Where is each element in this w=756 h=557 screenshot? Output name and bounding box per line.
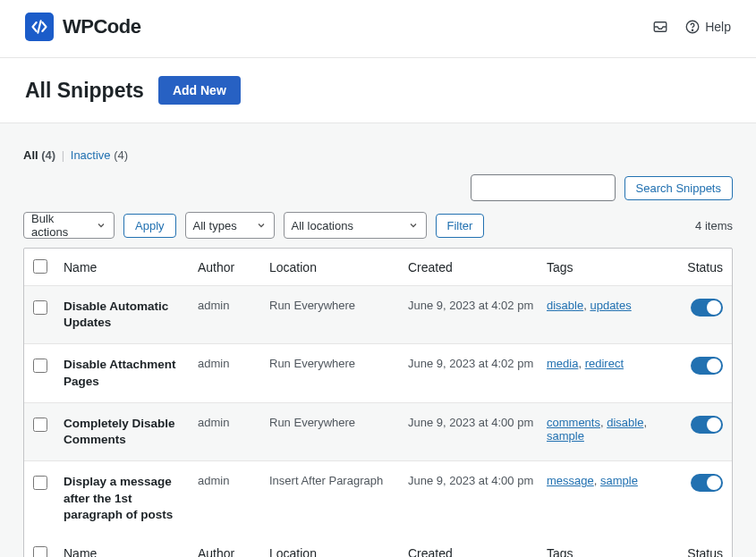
table-footer: Name Author Location Created Tags Status: [24, 536, 732, 557]
snippet-location: Insert After Paragraph: [269, 474, 408, 487]
row-checkbox[interactable]: [33, 300, 47, 315]
snippet-author: admin: [198, 416, 269, 429]
wpcode-logo-icon: [25, 13, 54, 41]
view-filters: All (4) | Inactive (4): [23, 148, 733, 162]
snippet-created: June 9, 2023 at 4:00 pm: [408, 474, 547, 487]
help-link[interactable]: Help: [684, 19, 731, 35]
brand: WPCode: [25, 13, 140, 41]
table-row: Disable Automatic UpdatesadminRun Everyw…: [24, 286, 732, 344]
snippet-name[interactable]: Completely Disable Comments: [64, 417, 175, 446]
row-checkbox[interactable]: [33, 476, 47, 490]
tag-link[interactable]: disable: [547, 299, 583, 312]
snippet-author: admin: [198, 357, 269, 370]
table-row: Completely Disable CommentsadminRun Ever…: [24, 403, 732, 461]
tag-link[interactable]: sample: [600, 474, 638, 487]
status-toggle[interactable]: [691, 299, 723, 316]
table-row: Display a message after the 1st paragrap…: [24, 461, 732, 536]
col-name[interactable]: Name: [64, 260, 198, 274]
tag-link[interactable]: redirect: [585, 357, 624, 370]
filter-button[interactable]: Filter: [436, 214, 485, 238]
snippet-location: Run Everywhere: [269, 357, 408, 370]
tag-link[interactable]: media: [547, 357, 578, 370]
help-icon: [684, 19, 701, 35]
row-checkbox[interactable]: [33, 418, 47, 432]
search-snippets-button[interactable]: Search Snippets: [624, 176, 733, 200]
add-new-button[interactable]: Add New: [158, 76, 241, 105]
topbar-right: Help: [652, 19, 731, 35]
tag-link[interactable]: comments: [547, 416, 600, 429]
all-types-select[interactable]: All types: [185, 212, 275, 239]
all-locations-select[interactable]: All locations: [284, 212, 427, 239]
col-location: Location: [269, 546, 408, 557]
svg-line-0: [38, 21, 40, 32]
topbar: WPCode Help: [0, 0, 756, 58]
chevron-down-icon: [256, 220, 267, 231]
col-created[interactable]: Created: [408, 546, 547, 557]
page-title: All Snippets: [25, 79, 144, 103]
search-input[interactable]: [471, 174, 616, 201]
snippet-name[interactable]: Disable Automatic Updates: [64, 300, 168, 329]
filter-row: Bulk actions Apply All types All locatio…: [23, 212, 733, 239]
snippet-tags: message, sample: [547, 474, 669, 487]
help-label: Help: [705, 20, 731, 34]
search-row: Search Snippets: [23, 174, 733, 201]
separator: |: [62, 148, 64, 162]
chevron-down-icon: [96, 220, 106, 231]
select-all-checkbox-footer[interactable]: [33, 546, 47, 557]
col-status: Status: [669, 546, 723, 557]
snippet-author: admin: [198, 474, 269, 487]
snippet-location: Run Everywhere: [269, 299, 408, 312]
snippet-created: June 9, 2023 at 4:00 pm: [408, 416, 547, 429]
snippet-location: Run Everywhere: [269, 416, 408, 429]
snippet-tags: media, redirect: [547, 357, 669, 370]
svg-point-3: [692, 30, 693, 30]
col-name[interactable]: Name: [64, 546, 198, 557]
tag-link[interactable]: disable: [607, 416, 643, 429]
select-all-checkbox[interactable]: [33, 259, 47, 274]
snippet-created: June 9, 2023 at 4:02 pm: [408, 299, 547, 312]
filter-row-left: Bulk actions Apply All types All locatio…: [23, 212, 484, 239]
col-status: Status: [669, 260, 723, 274]
col-created[interactable]: Created: [408, 260, 547, 274]
brand-name: WPCode: [63, 15, 140, 38]
tag-link[interactable]: updates: [590, 299, 631, 312]
status-toggle[interactable]: [691, 416, 723, 434]
tag-link[interactable]: message: [547, 474, 594, 487]
col-tags: Tags: [547, 260, 669, 274]
row-checkbox[interactable]: [33, 359, 47, 373]
bulk-actions-select[interactable]: Bulk actions: [23, 212, 115, 239]
status-toggle[interactable]: [691, 474, 723, 492]
col-location: Location: [269, 260, 408, 274]
view-all[interactable]: All (4): [23, 148, 59, 162]
inbox-icon[interactable]: [652, 19, 668, 35]
col-author: Author: [198, 260, 269, 274]
items-count: 4 items: [695, 219, 733, 232]
chevron-down-icon: [408, 220, 419, 231]
snippets-table: Name Author Location Created Tags Status…: [23, 248, 733, 557]
snippet-author: admin: [198, 299, 269, 312]
snippet-tags: disable, updates: [547, 299, 669, 312]
col-tags: Tags: [547, 546, 669, 557]
table-header: Name Author Location Created Tags Status: [24, 249, 732, 286]
table-row: Disable Attachment PagesadminRun Everywh…: [24, 344, 732, 402]
view-inactive[interactable]: Inactive (4): [71, 148, 128, 162]
status-toggle[interactable]: [691, 357, 723, 375]
content: All (4) | Inactive (4) Search Snippets B…: [0, 123, 756, 557]
snippet-name[interactable]: Display a message after the 1st paragrap…: [64, 475, 173, 520]
page-header: All Snippets Add New: [0, 58, 756, 123]
apply-button[interactable]: Apply: [123, 214, 176, 238]
snippet-name[interactable]: Disable Attachment Pages: [64, 358, 176, 387]
tag-link[interactable]: sample: [547, 429, 584, 443]
snippet-created: June 9, 2023 at 4:02 pm: [408, 357, 547, 370]
col-author: Author: [198, 546, 269, 557]
snippet-tags: comments, disable, sample: [547, 416, 669, 443]
